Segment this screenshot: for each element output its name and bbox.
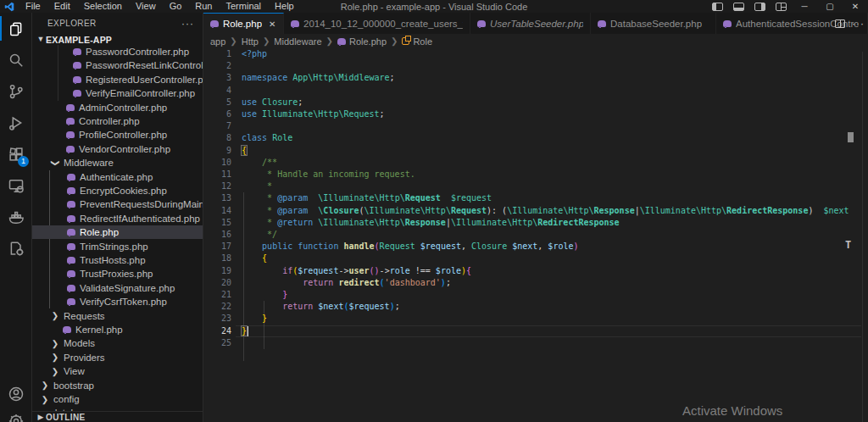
customize-layout-icon[interactable] (776, 3, 787, 11)
breadcrumb-item-role[interactable]: Role (413, 36, 432, 47)
line-number: 16 (203, 229, 231, 241)
tab-label: DatabaseSeeder.php (610, 19, 702, 29)
menu-file[interactable]: File (19, 0, 47, 13)
tree-item-label: Requests (64, 311, 105, 321)
code-line-10: 10 /** (203, 157, 868, 169)
maximize-button[interactable]: ▢ (817, 0, 843, 13)
close-button[interactable]: ✕ (843, 0, 868, 13)
tab-2014-10-12-000000-create-users-table-php[interactable]: 2014_10_12_000000_create_users_table.php (284, 13, 470, 34)
tree-item-kernel-php[interactable]: Kernel.php (32, 323, 203, 336)
tree-item-label: ProfileController.php (79, 130, 167, 140)
tree-item-redirectifauthenticated-php[interactable]: RedirectIfAuthenticated.php (32, 212, 203, 225)
minimize-button[interactable]: ─ (792, 0, 817, 13)
code-line-7: 7 (203, 120, 868, 132)
code-line-24: 24} (203, 325, 868, 337)
current-line-highlight (236, 325, 861, 337)
tree-item-preventrequestsduringmaintenanc-[interactable]: PreventRequestsDuringMaintenanc... (32, 197, 203, 211)
menu-edit[interactable]: Edit (47, 0, 77, 13)
tree-item-middleware[interactable]: ❯Middleware (32, 156, 203, 169)
line-text: } (242, 289, 287, 301)
class-symbol-icon (402, 37, 409, 45)
tree-item-passwordresetlinkcontroller-php[interactable]: PasswordResetLinkController.php (32, 58, 203, 72)
workspace-section-header[interactable]: ▼ EXAMPLE-APP (32, 34, 203, 45)
menu-selection[interactable]: Selection (77, 0, 129, 13)
line-number: 17 (203, 241, 231, 253)
line-number: 21 (203, 289, 231, 301)
tree-item-trimstrings-php[interactable]: TrimStrings.php (32, 240, 203, 253)
chevron-right-icon: ❯ (41, 395, 49, 404)
menu-help[interactable]: Help (268, 0, 301, 13)
activitybar-source-control-icon[interactable] (0, 75, 32, 107)
tree-item-label: Models (64, 338, 95, 348)
split-editor-icon[interactable] (835, 19, 845, 28)
tree-item-trusthosts-php[interactable]: TrustHosts.php (32, 253, 203, 267)
tree-item-config[interactable]: ❯config (32, 392, 203, 406)
php-file-icon (67, 187, 75, 194)
tree-item-models[interactable]: ❯Models (32, 336, 203, 350)
line-number: 23 (203, 313, 231, 325)
titlebar-controls: ─▢✕ (707, 0, 868, 13)
toggle-primary-sidebar-icon[interactable] (712, 3, 723, 11)
menu-terminal[interactable]: Terminal (220, 0, 269, 13)
tree-item-label: RedirectIfAuthenticated.php (80, 214, 200, 224)
tree-item-validatesignature-php[interactable]: ValidateSignature.php (32, 281, 203, 295)
breadcrumb-item-app[interactable]: app (210, 36, 225, 47)
code-line-23: 23 } (203, 313, 868, 325)
menu-view[interactable]: View (129, 0, 163, 13)
tree-item-admincontroller-php[interactable]: AdminController.php (32, 101, 203, 114)
breadcrumb-separator-icon: ❯ (225, 36, 241, 46)
tree-item-label: TrimStrings.php (80, 242, 148, 252)
activitybar-extensions-icon[interactable]: 1 (0, 138, 32, 169)
tree-item-registeredusercontroller-php[interactable]: RegisteredUserController.php (32, 73, 203, 86)
tree-item-requests[interactable]: ❯Requests (32, 309, 203, 323)
tree-item-vendorcontroller-php[interactable]: VendorController.php (32, 142, 203, 156)
tree-item-encryptcookies-php[interactable]: EncryptCookies.php (32, 184, 203, 197)
breadcrumb-item-http[interactable]: Http (242, 36, 259, 47)
tree-item-bootstrap[interactable]: ❯bootstrap (32, 379, 203, 392)
line-number: 2 (203, 60, 231, 72)
activitybar-file-gear-icon[interactable] (0, 232, 32, 264)
code-area[interactable]: T 1<?php23namespace App\Http\Middleware;… (203, 48, 868, 422)
activitybar-run-and-debug-icon[interactable] (0, 107, 32, 138)
code-line-22: 22 return $next($request); (203, 301, 868, 313)
tree-item-view[interactable]: ❯View (32, 364, 203, 378)
activitybar-settings-gear-icon[interactable] (0, 405, 32, 422)
tab-close-icon[interactable]: ✕ (269, 19, 275, 29)
tree-item-controller-php[interactable]: Controller.php (32, 114, 203, 128)
menu-go[interactable]: Go (163, 0, 189, 13)
php-file-icon (67, 229, 75, 236)
line-text: { (242, 253, 267, 264)
tree-item-authenticate-php[interactable]: Authenticate.php (32, 170, 203, 184)
line-number: 15 (203, 217, 231, 229)
breadcrumb-item-role-php[interactable]: Role.php (349, 36, 387, 47)
toggle-secondary-sidebar-icon[interactable] (754, 3, 765, 11)
more-actions-icon[interactable]: ··· (852, 18, 865, 30)
activitybar-search-icon[interactable] (0, 44, 32, 75)
tree-item-verifyemailcontroller-php[interactable]: VerifyEmailController.php (32, 86, 203, 100)
outline-section[interactable]: ▶ OUTLINE (32, 411, 203, 422)
breadcrumb-item-middleware[interactable]: Middleware (274, 36, 321, 47)
tree-item-profilecontroller-php[interactable]: ProfileController.php (32, 128, 203, 142)
tree-item-label: EncryptCookies.php (80, 186, 167, 196)
breadcrumb-separator-icon: ❯ (387, 36, 402, 46)
activitybar-docker-icon[interactable] (0, 201, 32, 232)
activitybar-explorer-icon[interactable] (0, 13, 32, 44)
tree-item-trustproxies-php[interactable]: TrustProxies.php (32, 267, 203, 280)
tree-item-verifycsrftoken-php[interactable]: VerifyCsrfToken.php (32, 295, 203, 308)
line-number: 6 (203, 108, 231, 120)
code-line-2: 2 (203, 60, 868, 72)
tab-usertableseeder-php[interactable]: UserTableSeeder.php (470, 13, 591, 34)
tree-item-role-php[interactable]: Role.php (32, 225, 203, 239)
tab-bar: Role.php✕2014_10_12_000000_create_users_… (203, 13, 868, 34)
explorer-more-actions[interactable]: ··· (181, 18, 194, 30)
tree-item-passwordcontroller-php[interactable]: PasswordController.php (32, 45, 203, 58)
tab-databaseseeder-php[interactable]: DatabaseSeeder.php (591, 13, 716, 34)
tree-item-providers[interactable]: ❯Providers (32, 351, 203, 364)
activitybar-remote-explorer-icon[interactable] (0, 169, 32, 201)
code-line-11: 11 * Handle an incoming request. (203, 169, 868, 180)
menu-bar: FileEditSelectionViewGoRunTerminalHelp (19, 0, 301, 13)
menu-run[interactable]: Run (188, 0, 219, 13)
toggle-panel-icon[interactable] (733, 3, 744, 11)
breadcrumb-separator-icon: ❯ (322, 36, 337, 46)
tab-role-php[interactable]: Role.php✕ (203, 13, 284, 34)
